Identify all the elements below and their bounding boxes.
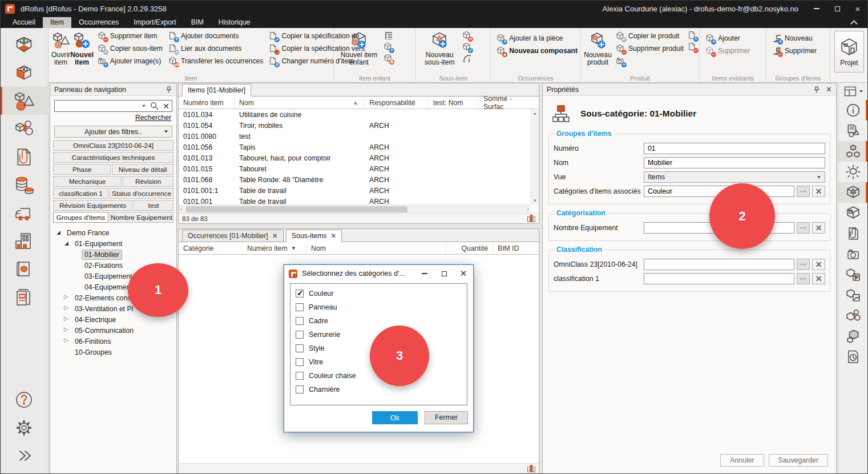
- dialog-minimize-button[interactable]: [415, 265, 434, 282]
- vue-select[interactable]: Items: [644, 171, 825, 183]
- tree-expander-icon[interactable]: [73, 272, 80, 280]
- collapse-ribbon-button[interactable]: [853, 17, 858, 28]
- add-existing-child-icon-button[interactable]: +: [383, 42, 393, 52]
- category-option[interactable]: Cadre: [290, 314, 467, 328]
- tree-item[interactable]: Demo France: [50, 227, 176, 238]
- filter-classification-1[interactable]: classification 1: [53, 188, 108, 199]
- tree-expander-icon[interactable]: [63, 327, 71, 334]
- tab-accueil[interactable]: Accueil: [5, 17, 43, 28]
- sidebar-item-occurrences[interactable]: [0, 115, 49, 143]
- category-option[interactable]: Panneau: [290, 300, 467, 314]
- tab-item[interactable]: Item: [43, 17, 71, 28]
- filter-omniclass[interactable]: OmniClass 23[2010-06-24]: [53, 140, 173, 151]
- table-row[interactable]: 0101.056 Tapis ARCH: [179, 142, 539, 152]
- validate-subitem-icon-button[interactable]: ✓: [462, 42, 472, 52]
- supprimer-item-button[interactable]: −Supprimer item: [96, 30, 164, 42]
- classification1-browse-button[interactable]: ▫▫▫: [797, 273, 810, 284]
- filter-niveau-detail[interactable]: Niveau de détail: [112, 164, 173, 175]
- ajouter-filtres-button[interactable]: Ajouter des filtres..: [54, 126, 172, 138]
- tree-expander-icon[interactable]: [73, 283, 80, 291]
- copier-produit-button[interactable]: =Copier le produit: [614, 30, 685, 42]
- search-input[interactable]: [55, 101, 142, 111]
- table-row[interactable]: 0101.001:1 Table de travail ARCH: [179, 185, 539, 196]
- sidebar-item-expand[interactable]: [0, 441, 49, 469]
- omniclass-clear-button[interactable]: ✕: [812, 259, 825, 270]
- projet-button[interactable]: Projet: [834, 31, 864, 73]
- checkbox-icon[interactable]: [296, 303, 304, 311]
- scroll-left-icon[interactable]: ‹: [180, 206, 183, 212]
- numero-field[interactable]: [644, 143, 825, 154]
- groupes-items-supprimer-button[interactable]: −Supprimer: [770, 45, 818, 57]
- move-child-icon-button[interactable]: ⇅: [383, 54, 393, 63]
- nombre-clear-button[interactable]: ✕: [812, 222, 825, 234]
- pin-icon[interactable]: [165, 86, 172, 94]
- rechercher-link[interactable]: Rechercher: [55, 114, 171, 122]
- table-row[interactable]: 0101.015 Tabouret ARCH: [179, 163, 539, 174]
- annuler-button[interactable]: Annuler: [720, 454, 764, 467]
- sidebar-item-items[interactable]: [0, 87, 49, 115]
- tree-expander-icon[interactable]: [63, 305, 71, 312]
- item-list-icon-button[interactable]: [383, 31, 393, 41]
- nom-field[interactable]: [644, 157, 825, 168]
- ouvrir-item-button[interactable]: Ouvrir item: [51, 30, 70, 66]
- omniclass-browse-button[interactable]: ▫▫▫: [797, 259, 810, 270]
- filter-revision[interactable]: Révision: [123, 176, 173, 187]
- sidebar-item-settings[interactable]: [0, 413, 49, 441]
- col-responsabilite[interactable]: Responsabilité: [365, 97, 429, 109]
- tab-items-mobilier[interactable]: Items [01-Mobilier]: [182, 84, 251, 97]
- tree-item[interactable]: 01-Equipement: [50, 238, 176, 249]
- filter-groupes-items[interactable]: Groupes d'items: [53, 212, 108, 223]
- sidebar-item-reports[interactable]: [0, 283, 49, 311]
- tab-bim[interactable]: BIM: [184, 17, 211, 28]
- categories-browse-button[interactable]: ▫▫▫: [797, 186, 810, 197]
- sidebar-item-help[interactable]: [0, 385, 49, 413]
- maximize-button[interactable]: [827, 0, 847, 17]
- classification1-field[interactable]: [644, 273, 794, 284]
- tree-item[interactable]: 06-Finitions: [50, 336, 176, 347]
- col-quantite[interactable]: Quantité: [446, 242, 493, 254]
- tree-expander-icon[interactable]: [63, 348, 71, 356]
- transferer-occurrences-button[interactable]: ⇄Transférer les occurrences: [167, 55, 265, 67]
- checkbox-icon[interactable]: [296, 358, 304, 366]
- nouvel-item-button[interactable]: Nouvel item: [70, 30, 94, 66]
- grid-stats-icon[interactable]: [527, 215, 535, 222]
- sidebar-item-rooms[interactable]: [0, 31, 49, 59]
- checkbox-icon[interactable]: [296, 372, 304, 380]
- item-spec-view-button[interactable]: [838, 120, 868, 141]
- grid-stats-icon[interactable]: [527, 465, 535, 472]
- sidebar-item-catalog[interactable]: [0, 255, 49, 283]
- omniclass-field[interactable]: [644, 259, 794, 270]
- checkbox-icon[interactable]: [296, 331, 304, 339]
- tab-occurrences-mobilier[interactable]: Occurrences [01-Mobilier]✕: [182, 230, 284, 242]
- copier-sous-item-button[interactable]: =Copier sous-item: [96, 42, 164, 55]
- items-existants-supprimer-button[interactable]: −Supprimer: [704, 45, 752, 57]
- col-numero-item[interactable]: Numéro item: [179, 97, 235, 109]
- tree-expander-icon[interactable]: [73, 262, 80, 269]
- tree-expander-icon[interactable]: [63, 294, 71, 302]
- pane-layout-button[interactable]: [838, 83, 868, 100]
- categories-clear-button[interactable]: ✕: [812, 186, 825, 197]
- sidebar-item-item-cube[interactable]: [0, 59, 49, 87]
- col-nom[interactable]: Nom▲: [235, 97, 365, 109]
- scroll-down-icon[interactable]: ▼: [533, 198, 538, 203]
- info-view-button[interactable]: [838, 100, 868, 120]
- filter-revision-equipements[interactable]: Révision Equipements: [53, 200, 132, 211]
- nombre-browse-button[interactable]: ▫▫▫: [797, 222, 810, 234]
- items-horizontal-scrollbar[interactable]: ‹›: [179, 204, 531, 213]
- nouveau-produit-button[interactable]: Nouveau produit: [584, 30, 612, 66]
- filter-test[interactable]: test: [134, 200, 173, 211]
- checkbox-icon[interactable]: [296, 344, 304, 352]
- groupes-items-nouveau-button[interactable]: +Nouveau: [770, 32, 818, 45]
- tab-sous-items[interactable]: Sous-items✕: [286, 230, 342, 242]
- sidebar-item-documents[interactable]: [0, 143, 49, 171]
- close-tab-icon[interactable]: ✕: [272, 230, 278, 242]
- filter-nombre-equipement[interactable]: Nombre Equipement: [110, 212, 173, 223]
- sous-item-view-button[interactable]: [838, 182, 868, 203]
- classification1-clear-button[interactable]: ✕: [812, 273, 825, 284]
- sidebar-item-building[interactable]: [0, 227, 49, 255]
- tree-expander-icon[interactable]: [63, 240, 71, 247]
- tab-occurrences[interactable]: Occurrences: [71, 17, 126, 28]
- checkbox-icon[interactable]: [296, 385, 304, 393]
- item-image-view-button[interactable]: [838, 285, 868, 306]
- sub-items-view-button[interactable]: [838, 141, 868, 162]
